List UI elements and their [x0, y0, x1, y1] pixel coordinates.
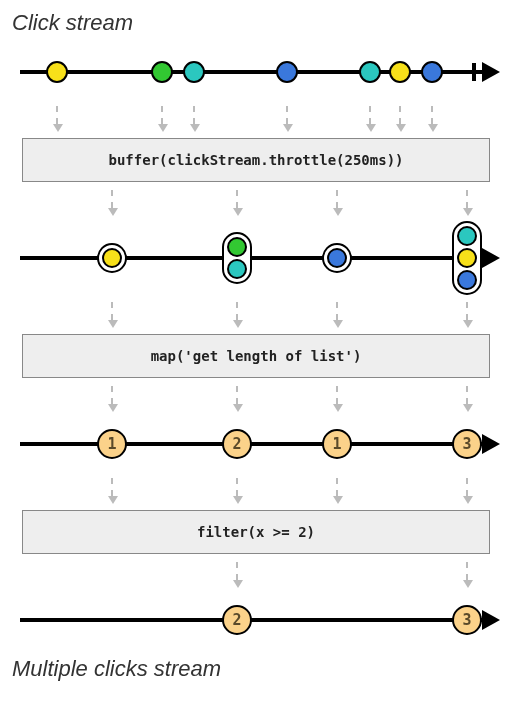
arrow-row: [12, 382, 500, 414]
buffered-group: [452, 221, 482, 295]
flow-arrow-icon: [336, 386, 338, 404]
buffered-group: [322, 243, 352, 273]
arrow-row: [12, 102, 500, 134]
length-marble: 1: [97, 429, 127, 459]
flow-arrow-icon: [111, 302, 113, 320]
buffered-group: [97, 243, 127, 273]
marble-teal: [457, 226, 477, 246]
marble-blue: [327, 248, 347, 268]
mapped-timeline: 1213: [12, 414, 500, 474]
flow-arrow-icon: [336, 190, 338, 208]
length-marble: 2: [222, 429, 252, 459]
marble-teal: [227, 259, 247, 279]
flow-arrow-icon: [193, 106, 195, 124]
flow-arrow-icon: [161, 106, 163, 124]
filtered-timeline: 23: [12, 590, 500, 650]
flow-arrow-icon: [111, 386, 113, 404]
operator-map: map('get length of list'): [22, 334, 490, 378]
flow-arrow-icon: [466, 190, 468, 208]
input-timeline: [12, 42, 500, 102]
length-marble: 1: [322, 429, 352, 459]
flow-arrow-icon: [336, 302, 338, 320]
marble-teal: [183, 61, 205, 83]
buffered-group: [222, 232, 252, 284]
buffered-timeline: [12, 218, 500, 298]
flow-arrow-icon: [399, 106, 401, 124]
flow-arrow-icon: [111, 190, 113, 208]
marble-yellow: [46, 61, 68, 83]
length-marble: 3: [452, 429, 482, 459]
flow-arrow-icon: [56, 106, 58, 124]
flow-arrow-icon: [236, 562, 238, 580]
arrow-row: [12, 298, 500, 330]
flow-arrow-icon: [236, 190, 238, 208]
timeline-axis: [20, 442, 488, 446]
marble-green: [151, 61, 173, 83]
flow-arrow-icon: [431, 106, 433, 124]
marble-yellow: [389, 61, 411, 83]
length-marble: 3: [452, 605, 482, 635]
marble-blue: [421, 61, 443, 83]
flow-arrow-icon: [369, 106, 371, 124]
flow-arrow-icon: [466, 478, 468, 496]
flow-arrow-icon: [236, 478, 238, 496]
arrow-row: [12, 474, 500, 506]
timeline-axis: [20, 256, 488, 260]
timeline-axis: [20, 70, 488, 74]
marble-yellow: [457, 248, 477, 268]
marble-blue: [276, 61, 298, 83]
marble-green: [227, 237, 247, 257]
marble-teal: [359, 61, 381, 83]
flow-arrow-icon: [236, 302, 238, 320]
arrow-row: [12, 558, 500, 590]
flow-arrow-icon: [236, 386, 238, 404]
length-marble: 2: [222, 605, 252, 635]
flow-arrow-icon: [286, 106, 288, 124]
flow-arrow-icon: [466, 562, 468, 580]
flow-arrow-icon: [466, 302, 468, 320]
operator-filter: filter(x >= 2): [22, 510, 490, 554]
bottom-title: Multiple clicks stream: [12, 656, 500, 682]
flow-arrow-icon: [111, 478, 113, 496]
arrow-row: [12, 186, 500, 218]
timeline-axis: [20, 618, 488, 622]
marble-blue: [457, 270, 477, 290]
flow-arrow-icon: [336, 478, 338, 496]
operator-buffer: buffer(clickStream.throttle(250ms)): [22, 138, 490, 182]
top-title: Click stream: [12, 10, 500, 36]
marble-yellow: [102, 248, 122, 268]
flow-arrow-icon: [466, 386, 468, 404]
